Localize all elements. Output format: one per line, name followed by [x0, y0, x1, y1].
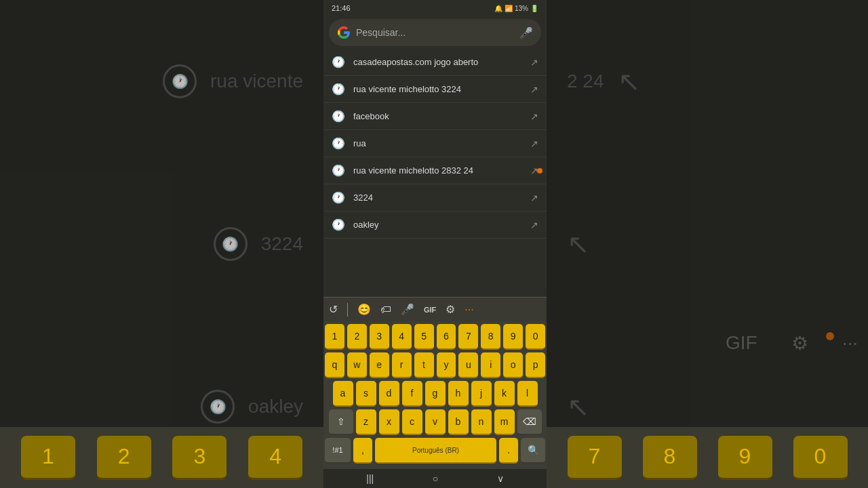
sticker-icon[interactable]: 🏷 [380, 304, 391, 316]
key-z[interactable]: z [356, 409, 376, 435]
key-w[interactable]: w [347, 352, 367, 378]
period-key[interactable]: . [499, 438, 518, 464]
key-4[interactable]: 4 [392, 324, 412, 350]
arrow-icon-1: ↗ [530, 57, 538, 68]
key-a[interactable]: a [333, 381, 353, 407]
key-n[interactable]: n [471, 409, 492, 435]
key-2[interactable]: 2 [347, 324, 367, 350]
bg-right-icons: GIF ⚙ ··· [726, 332, 858, 354]
key-1[interactable]: 1 [325, 324, 344, 350]
key-p[interactable]: p [526, 352, 545, 378]
suggestion-6[interactable]: 🕐 3224 ↗ [323, 184, 547, 211]
key-v[interactable]: v [425, 409, 446, 435]
special-key[interactable]: !#1 [325, 438, 351, 464]
alarm-icon: 🔔 [494, 5, 502, 12]
suggestion-1[interactable]: 🕐 casadeapostas.com jogo aberto ↗ [323, 49, 547, 76]
more-icon[interactable]: ··· [465, 304, 473, 316]
settings-icon[interactable]: ⚙ [446, 303, 455, 316]
bg-clock-2: 🕐 3224 [214, 227, 303, 261]
history-icon-4: 🕐 [332, 137, 345, 150]
key-s[interactable]: s [356, 381, 376, 407]
key-8[interactable]: 8 [481, 324, 500, 350]
key-m[interactable]: m [494, 409, 515, 435]
back-nav-icon[interactable]: ∨ [497, 473, 504, 484]
key-q[interactable]: q [325, 352, 344, 378]
backspace-key[interactable]: ⌫ [517, 409, 542, 435]
emoji-icon[interactable]: 😊 [357, 303, 371, 316]
key-f[interactable]: f [402, 381, 422, 407]
key-j[interactable]: j [471, 381, 492, 407]
arrow-icon-3: ↗ [530, 111, 538, 122]
google-logo [337, 26, 351, 39]
suggestion-4[interactable]: 🕐 rua ↗ [323, 130, 547, 157]
toolbar-divider [347, 303, 348, 317]
shift-key[interactable]: ⇧ [329, 409, 353, 435]
key-y[interactable]: y [437, 352, 456, 378]
suggestion-7[interactable]: 🕐 oakley ↗ [323, 211, 547, 239]
mic-icon[interactable]: 🎤 [519, 26, 533, 39]
undo-icon[interactable]: ↺ [329, 303, 338, 316]
key-5[interactable]: 5 [414, 324, 434, 350]
bg-key-3: 3 [172, 436, 226, 480]
key-r[interactable]: r [392, 352, 412, 378]
key-e[interactable]: e [370, 352, 389, 378]
status-time: 21:46 [332, 4, 351, 12]
status-bar: 21:46 🔔 📶 13% 🔋 [323, 0, 547, 16]
key-l[interactable]: l [517, 381, 538, 407]
number-row: 1 2 3 4 5 6 7 8 9 0 [325, 324, 545, 350]
key-u[interactable]: u [458, 352, 478, 378]
bg-text-right-1: 2 24 [567, 70, 604, 92]
bg-gear-icon: ⚙ [791, 332, 808, 354]
bg-gif-label: GIF [726, 332, 757, 354]
suggestion-2[interactable]: 🕐 rua vicente michelotto 3224 ↗ [323, 76, 547, 103]
suggestion-text-6: 3224 [353, 192, 522, 203]
bg-keyboard-right: 7 8 9 0 [547, 427, 868, 488]
qwerty-row: q w e r t y u i o p [325, 352, 545, 378]
key-9[interactable]: 9 [503, 324, 523, 350]
search-bar[interactable]: Pesquisar... 🎤 [329, 19, 541, 46]
key-d[interactable]: d [379, 381, 399, 407]
home-nav-icon[interactable]: ○ [433, 473, 438, 484]
suggestion-text-3: facebook [353, 111, 522, 121]
key-k[interactable]: k [494, 381, 515, 407]
clock-icon-1: 🕐 [163, 64, 197, 98]
status-icons: 🔔 📶 13% 🔋 [494, 5, 538, 12]
key-3[interactable]: 3 [370, 324, 389, 350]
menu-nav-icon[interactable]: ||| [366, 473, 374, 484]
suggestion-5[interactable]: 🕐 rua vicente michelotto 2832 24 ↗ [323, 157, 547, 184]
background-left: 🕐 rua vicente 🕐 3224 🕐 oakley [0, 0, 323, 488]
keyboard-mic-icon[interactable]: 🎤 [401, 303, 414, 316]
gif-icon[interactable]: GIF [424, 306, 436, 314]
key-b[interactable]: b [448, 409, 469, 435]
key-7[interactable]: 7 [458, 324, 478, 350]
history-icon-7: 🕐 [332, 218, 345, 231]
key-c[interactable]: c [402, 409, 422, 435]
key-0[interactable]: 0 [526, 324, 545, 350]
key-x[interactable]: x [379, 409, 399, 435]
suggestions-list: 🕐 casadeapostas.com jogo aberto ↗ 🕐 rua … [323, 49, 547, 297]
key-t[interactable]: t [414, 352, 434, 378]
arrow-icon-4: ↗ [530, 138, 538, 149]
suggestion-text-1: casadeapostas.com jogo aberto [353, 57, 522, 67]
history-icon-3: 🕐 [332, 110, 345, 123]
space-key[interactable]: Português (BR) [375, 438, 496, 464]
bottom-row: !#1 , Português (BR) . 🔍 [325, 438, 545, 464]
key-g[interactable]: g [425, 381, 446, 407]
clock-icon-2: 🕐 [214, 227, 248, 261]
bg-text-2: 3224 [261, 233, 303, 255]
comma-key[interactable]: , [353, 438, 372, 464]
bg-keyboard-left: 1 2 3 4 [0, 427, 323, 488]
bg-key-8: 8 [643, 436, 697, 480]
key-6[interactable]: 6 [437, 324, 456, 350]
suggestion-text-4: rua [353, 138, 522, 148]
history-icon-2: 🕐 [332, 83, 345, 96]
search-key[interactable]: 🔍 [521, 438, 545, 464]
keyboard-toolbar: ↺ 😊 🏷 🎤 GIF ⚙ ··· [323, 297, 547, 321]
suggestion-3[interactable]: 🕐 facebook ↗ [323, 103, 547, 130]
key-h[interactable]: h [448, 381, 469, 407]
key-i[interactable]: i [481, 352, 500, 378]
key-o[interactable]: o [503, 352, 523, 378]
bg-key-9: 9 [718, 436, 772, 480]
asdf-row: a s d f g h j k l [325, 381, 545, 407]
search-placeholder: Pesquisar... [356, 27, 514, 38]
